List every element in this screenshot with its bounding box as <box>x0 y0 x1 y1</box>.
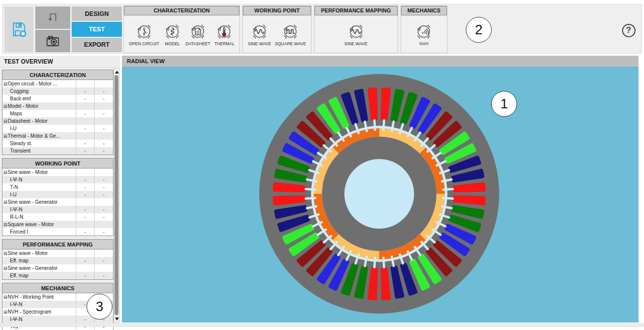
table-row[interactable]: Cogging-- <box>2 87 113 95</box>
scroll-down-icon[interactable] <box>115 318 119 321</box>
tool-thermal[interactable]: THERMAL <box>214 22 236 46</box>
group-header: MECHANICS <box>401 6 447 15</box>
collapse-icon[interactable]: ⊟ <box>3 200 7 205</box>
table-row[interactable]: I-U-- <box>2 191 113 198</box>
table-row[interactable]: Back emf-- <box>2 95 113 102</box>
save-button[interactable] <box>4 6 33 52</box>
row-label: Steady st. <box>2 140 76 147</box>
value-cell: - <box>95 183 113 191</box>
table-row[interactable]: Eff. map-- <box>2 272 113 279</box>
value-cell: - <box>95 272 113 279</box>
stator-slot-red <box>370 89 377 119</box>
table-row[interactable]: T-N-- <box>2 183 113 191</box>
save-icon <box>8 18 30 40</box>
table-row[interactable]: R-L-N-- <box>2 213 113 221</box>
value-cell: - <box>76 191 95 198</box>
table-row[interactable]: ⊟Model - Motor <box>2 102 113 110</box>
app-window: { "toolbar": { "tabs": [ { "label": "DES… <box>0 0 644 330</box>
value-cell <box>95 117 113 125</box>
table-row[interactable]: ⊟Open circuit - Motor ... <box>2 80 113 87</box>
tool-label: DATASHEET <box>186 41 211 46</box>
group-header: WORKING POINT <box>243 6 311 15</box>
tool-sine-wave[interactable]: SINE WAVE <box>343 22 368 46</box>
value-cell: - <box>95 176 113 183</box>
row-label: ⊟Sine wave - Generator <box>2 198 76 206</box>
table-row[interactable]: I-Ψ-N-- <box>2 176 113 183</box>
square-wave-icon <box>281 22 300 41</box>
panel-title: TEST OVERVIEW <box>0 56 120 68</box>
table-title: CHARACTERIZATION <box>2 70 113 80</box>
table-row[interactable]: Steady st.-- <box>2 140 113 147</box>
tool-datasheet[interactable]: DATASHEET <box>185 22 212 46</box>
table-row[interactable]: I-Ψ-N-- <box>2 206 113 213</box>
tab-export[interactable]: EXPORT <box>72 38 122 52</box>
collapse-icon[interactable]: ⊟ <box>3 222 7 227</box>
table-row[interactable]: ⊟Sine wave - Generator <box>2 198 113 206</box>
value-cell: - <box>76 272 95 279</box>
row-label: Transient <box>2 147 76 155</box>
group-header: CHARACTERIZATION <box>124 6 239 15</box>
value-cell <box>95 168 113 176</box>
collapse-icon[interactable]: ⊟ <box>3 170 7 175</box>
group-header: PERFORMANCE MAPPING <box>315 6 398 15</box>
collapse-icon[interactable]: ⊟ <box>3 310 7 315</box>
row-label: I-Ψ-N <box>2 176 76 183</box>
tab-test[interactable]: TEST <box>72 22 122 36</box>
tool-square-wave[interactable]: SQUARE WAVE <box>274 22 307 46</box>
collapse-icon[interactable]: ⊟ <box>3 134 7 139</box>
table-row[interactable]: I-U-- <box>2 125 113 132</box>
table-characterization: CHARACTERIZATION⊟Open circuit - Motor ..… <box>2 70 113 155</box>
help-button[interactable]: ? <box>621 22 637 38</box>
radial-view-title: RADIAL VIEW <box>122 56 639 67</box>
value-cell: - <box>76 87 95 95</box>
table-row[interactable]: ⊟Sine wave - Motor <box>2 168 113 176</box>
scrollbar-thumb[interactable] <box>114 75 118 315</box>
tool-nvh[interactable]: NVH <box>414 22 434 46</box>
camera-icon <box>43 31 63 51</box>
table-row[interactable]: Maps-- <box>2 110 113 117</box>
row-label: Maps <box>2 110 76 117</box>
stator-slot-red <box>370 269 377 298</box>
collapse-icon[interactable]: ⊟ <box>3 104 7 109</box>
value-cell <box>95 198 113 206</box>
table-row[interactable]: Eff. map-- <box>2 257 113 264</box>
table-row[interactable]: ⊟Sine wave - Motor <box>2 249 113 257</box>
table-title: WORKING POINT <box>2 159 113 168</box>
sidebar-scrollbar[interactable] <box>113 69 119 323</box>
scroll-up-icon[interactable] <box>115 71 119 74</box>
row-label: Back emf <box>2 95 76 102</box>
value-cell: - <box>95 110 113 117</box>
table-row[interactable]: Transient-- <box>2 147 113 155</box>
value-cell: - <box>76 213 95 221</box>
value-cell <box>76 221 95 228</box>
table-row[interactable]: ⊟Sine wave - Generator <box>2 264 113 272</box>
undo-button[interactable] <box>35 6 70 29</box>
motor-cross-section <box>122 67 639 323</box>
collapse-icon[interactable]: ⊟ <box>3 82 7 86</box>
row-label: I-U <box>2 125 76 132</box>
value-cell <box>95 249 113 257</box>
group-body: SINE WAVESQUARE WAVE <box>243 15 311 53</box>
annotation-circle-1: 1 <box>491 91 517 117</box>
table-row[interactable]: ⊟Thermal - Motor & Ge... <box>2 132 113 140</box>
value-cell: - <box>95 257 113 264</box>
thermal-icon <box>215 22 233 41</box>
row-label: ⊟Sine wave - Generator <box>2 264 76 272</box>
datasheet-icon <box>189 22 207 41</box>
tool-model[interactable]: MODEL <box>162 22 183 46</box>
snapshot-button[interactable] <box>35 30 70 52</box>
collapse-icon[interactable]: ⊟ <box>3 251 7 256</box>
collapse-icon[interactable]: ⊟ <box>3 266 7 271</box>
tool-open-circuit[interactable]: OPEN CIRCUIT <box>128 22 160 46</box>
motor-canvas[interactable] <box>122 67 639 323</box>
tool-sine-wave[interactable]: SINE WAVE <box>247 22 272 46</box>
tab-design[interactable]: DESIGN <box>72 6 122 21</box>
table-row[interactable]: ⊟Square wave - Motor <box>2 221 113 228</box>
table-row[interactable]: ⊟Datasheet - Motor <box>2 117 113 125</box>
stator-slot-red <box>275 184 304 192</box>
table-row[interactable]: Forced I-- <box>2 228 113 236</box>
stator-slot-red <box>454 184 484 192</box>
value-cell <box>76 80 95 87</box>
collapse-icon[interactable]: ⊟ <box>3 295 7 300</box>
collapse-icon[interactable]: ⊟ <box>3 119 7 124</box>
